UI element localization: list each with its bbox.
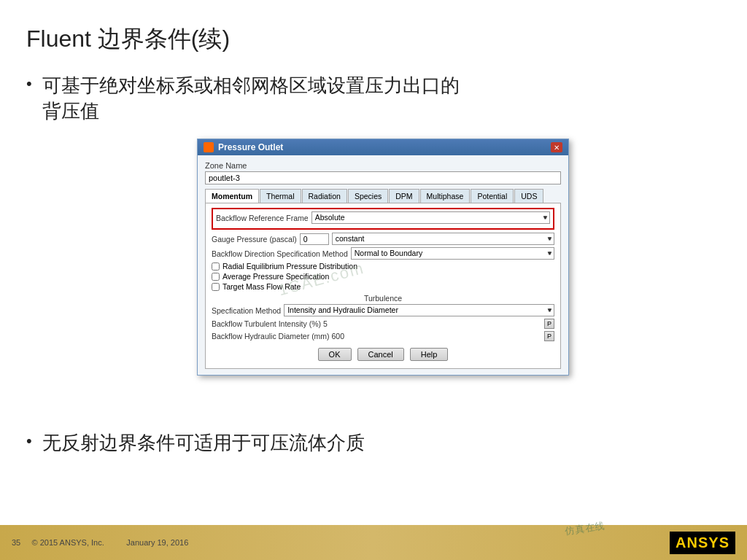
- turbulent-intensity-p-button[interactable]: P: [544, 319, 554, 329]
- ok-button[interactable]: OK: [318, 348, 352, 361]
- dialog-box: Pressure Outlet ✕ Zone Name Momentum The…: [197, 139, 569, 376]
- spec-method-row: Specfication Method Intensity and Hydrau…: [212, 304, 554, 316]
- radial-eq-row: Radial Equilibrium Pressure Distribution: [212, 262, 554, 271]
- tab-species[interactable]: Species: [348, 189, 388, 203]
- bullet-dot-1: •: [26, 74, 32, 93]
- gauge-pressure-option-wrapper: constant ▼: [332, 233, 554, 245]
- dialog-body: Zone Name Momentum Thermal Radiation Spe…: [198, 155, 568, 375]
- spec-method-label: Specfication Method: [212, 306, 281, 315]
- dialog-wrapper: Pressure Outlet ✕ Zone Name Momentum The…: [197, 139, 569, 376]
- tab-dpm[interactable]: DPM: [389, 189, 419, 203]
- spec-method-select-wrapper: Intensity and Hydraulic Diameter ▼: [284, 304, 554, 316]
- ansys-logo-text: ANSYS: [676, 534, 729, 551]
- turbulent-intensity-label: Backflow Turbulent Intensity (%) 5: [212, 319, 539, 328]
- direction-method-row: Backflow Direction Specification Method …: [212, 247, 554, 260]
- backflow-ref-frame-select-wrapper: Absolute ▼: [311, 211, 550, 224]
- footer-date: January 19, 2016: [126, 538, 188, 547]
- avg-pressure-label: Average Pressure Specification: [222, 272, 329, 281]
- gauge-pressure-row: Gauge Pressure (pascal) constant ▼: [212, 233, 554, 245]
- watermark-label: 仿真在线: [564, 519, 606, 538]
- dialog-buttons: OK Cancel Help: [212, 343, 554, 364]
- avg-pressure-checkbox[interactable]: [212, 273, 220, 281]
- bullet-item-1: • 可基于绝对坐标系或相邻网格区域设置压力出口的背压值: [26, 73, 721, 124]
- direction-method-select[interactable]: Normal to Boundary: [351, 247, 554, 260]
- ansys-logo: ANSYS: [670, 532, 735, 554]
- tab-radiation[interactable]: Radiation: [302, 189, 347, 203]
- hydraulic-diameter-row: Backflow Hydraulic Diameter (mm) 600 P: [212, 331, 554, 341]
- bullet-item-2: • 无反射边界条件可适用于可压流体介质: [26, 430, 721, 456]
- dialog-close-button[interactable]: ✕: [551, 142, 562, 152]
- target-mass-label: Target Mass Flow Rate: [222, 282, 301, 291]
- dialog-title: Pressure Outlet: [218, 142, 283, 152]
- bullet-text-1: 可基于绝对坐标系或相邻网格区域设置压力出口的背压值: [42, 74, 460, 122]
- gauge-pressure-input[interactable]: [300, 233, 329, 245]
- turbulence-heading: Turbulence: [212, 294, 554, 303]
- help-button[interactable]: Help: [410, 348, 449, 361]
- footer-copyright: © 2015 ANSYS, Inc.: [32, 538, 104, 547]
- bullet-section: • 可基于绝对坐标系或相邻网格区域设置压力出口的背压值: [26, 73, 721, 136]
- footer: 35 © 2015 ANSYS, Inc. January 19, 2016 仿…: [0, 525, 747, 560]
- tab-multiphase[interactable]: Multiphase: [420, 189, 471, 203]
- hydraulic-diameter-label: Backflow Hydraulic Diameter (mm) 600: [212, 332, 539, 341]
- direction-method-label: Backflow Direction Specification Method: [212, 249, 348, 258]
- backflow-ref-frame-select[interactable]: Absolute: [311, 211, 550, 224]
- target-mass-row: Target Mass Flow Rate: [212, 282, 554, 291]
- footer-left: 35 © 2015 ANSYS, Inc. January 19, 2016: [12, 538, 188, 547]
- bullet-text-2: 无反射边界条件可适用于可压流体介质: [42, 430, 365, 456]
- tab-potential[interactable]: Potential: [471, 189, 514, 203]
- target-mass-checkbox[interactable]: [212, 283, 220, 291]
- direction-method-select-wrapper: Normal to Boundary ▼: [351, 247, 554, 260]
- dialog-titlebar: Pressure Outlet ✕: [198, 139, 568, 155]
- footer-right: 仿真在线 ANSYS: [664, 532, 735, 554]
- hydraulic-diameter-p-button[interactable]: P: [544, 331, 554, 341]
- tab-content-momentum: Backflow Reference Frame Absolute ▼ Gaug…: [205, 203, 561, 369]
- direction-dropdown-icon: ▼: [546, 250, 552, 257]
- slide-container: Fluent 边界条件(续) • 可基于绝对坐标系或相邻网格区域设置压力出口的背…: [0, 0, 747, 560]
- tab-thermal[interactable]: Thermal: [260, 189, 301, 203]
- radial-eq-checkbox[interactable]: [212, 262, 220, 271]
- gauge-pressure-option[interactable]: constant: [332, 233, 554, 245]
- spec-method-dropdown-icon: ▼: [546, 307, 552, 314]
- gauge-pressure-label: Gauge Pressure (pascal): [212, 235, 297, 244]
- zone-name-field: Zone Name: [205, 161, 561, 184]
- avg-pressure-row: Average Pressure Specification: [212, 272, 554, 281]
- turbulent-intensity-row: Backflow Turbulent Intensity (%) 5 P: [212, 319, 554, 329]
- backflow-ref-frame-highlight: Backflow Reference Frame Absolute ▼: [212, 208, 554, 230]
- slide-title: Fluent 边界条件(续): [26, 23, 230, 55]
- tab-momentum[interactable]: Momentum: [205, 189, 259, 203]
- dialog-titlebar-left: Pressure Outlet: [204, 142, 283, 152]
- tabs-row: Momentum Thermal Radiation Species DPM M…: [205, 189, 561, 203]
- footer-page-number: 35: [12, 538, 20, 547]
- radial-eq-label: Radial Equilibrium Pressure Distribution: [222, 262, 357, 271]
- backflow-ref-frame-label: Backflow Reference Frame: [216, 214, 309, 222]
- zone-name-input[interactable]: [205, 171, 561, 184]
- tab-uds[interactable]: UDS: [514, 189, 543, 203]
- cancel-button[interactable]: Cancel: [357, 348, 404, 361]
- gauge-option-dropdown-icon: ▼: [546, 236, 552, 242]
- backflow-ref-frame-row: Backflow Reference Frame Absolute ▼: [216, 211, 550, 224]
- spec-method-select[interactable]: Intensity and Hydraulic Diameter: [284, 304, 554, 316]
- dialog-app-icon: [204, 142, 214, 152]
- backflow-ref-dropdown-icon: ▼: [542, 214, 548, 221]
- zone-name-label: Zone Name: [205, 161, 561, 170]
- bullet-dot-2: •: [26, 432, 32, 451]
